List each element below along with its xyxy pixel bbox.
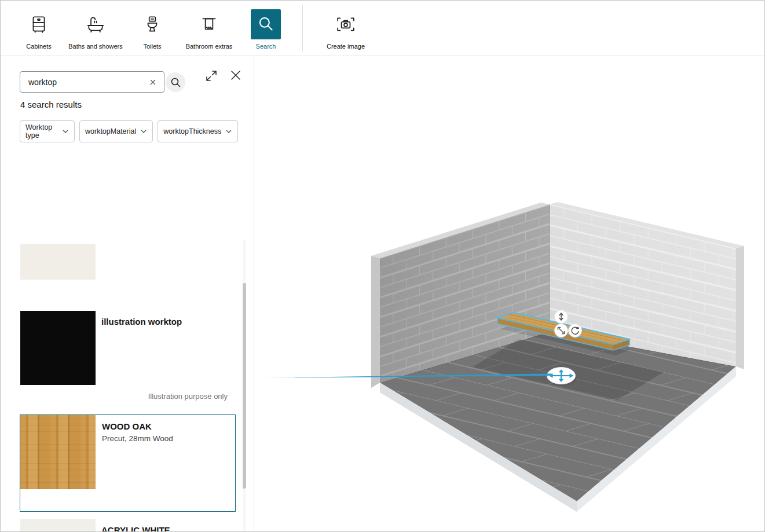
toolbar-label: Toilets (143, 43, 161, 50)
cabinet-icon (24, 9, 54, 39)
bathtub-icon (80, 9, 111, 39)
toolbar-item-toilets[interactable]: Toilets (124, 1, 181, 50)
app-window: Cabinets Baths and showers (0, 0, 765, 532)
result-title: ACRYLIC WHITE (101, 525, 170, 531)
toolbar-item-baths-and-showers[interactable]: Baths and showers (67, 1, 124, 50)
toolbar-separator (302, 5, 303, 52)
filter-chip-worktop-thickness[interactable]: worktopThickness (158, 120, 238, 142)
material-swatch (20, 519, 96, 531)
3d-viewport[interactable] (254, 57, 764, 531)
filter-chip-worktop-material[interactable]: worktopMaterial (79, 120, 153, 142)
result-card-acrylic-white[interactable]: ACRYLIC WHITE Custom, 38mm Acrylic (20, 519, 236, 531)
result-card-illustration-worktop[interactable]: illustration worktop Illustration purpos… (20, 310, 236, 408)
search-input[interactable] (27, 77, 147, 87)
search-submit-button[interactable] (166, 72, 185, 92)
move-vertical-handle[interactable] (555, 310, 568, 324)
result-title: WOOD OAK (102, 421, 152, 431)
toilet-icon (137, 9, 167, 39)
towel-icon (194, 9, 224, 39)
material-swatch (20, 244, 96, 280)
results-list: illustration worktop Illustration purpos… (1, 148, 254, 531)
close-panel-icon[interactable] (228, 68, 243, 83)
toolbar-label: Search (256, 43, 276, 50)
chevron-down-icon (140, 129, 147, 134)
result-note: Illustration purpose only (148, 392, 228, 401)
search-icon (251, 9, 281, 39)
toolbar-label: Bathroom extras (186, 43, 233, 50)
chevron-down-icon (62, 129, 69, 134)
toolbar-label: Baths and showers (68, 43, 123, 50)
material-swatch (20, 311, 96, 385)
result-title: illustration worktop (101, 317, 182, 326)
result-card-partial[interactable] (20, 244, 236, 301)
top-toolbar: Cabinets Baths and showers (1, 1, 764, 56)
scale-handle[interactable] (555, 324, 568, 337)
clear-search-icon[interactable] (147, 76, 159, 89)
result-card-wood-oak[interactable]: WOOD OAK Precut, 28mm Wood (20, 414, 236, 512)
filter-row: Worktop type worktopMaterial worktopThic… (20, 120, 238, 142)
toolbar-label: Cabinets (26, 43, 51, 50)
scrollbar-track[interactable] (243, 240, 246, 531)
search-panel: 4 search results Worktop type worktopMat… (1, 57, 254, 531)
scrollbar-thumb[interactable] (243, 283, 246, 489)
toolbar-item-cabinets[interactable]: Cabinets (10, 1, 67, 50)
expand-panel-icon[interactable] (204, 68, 219, 83)
rotate-handle[interactable] (569, 324, 582, 337)
toolbar-label: Create image (327, 43, 365, 50)
toolbar-item-create-image[interactable]: Create image (310, 1, 382, 50)
wall-left-end-face (371, 256, 380, 388)
camera-brackets-icon (331, 9, 361, 39)
filter-chip-worktop-type[interactable]: Worktop type (20, 120, 75, 142)
wall-right-end-face (736, 246, 744, 369)
chevron-down-icon (225, 129, 232, 134)
toolbar-item-search[interactable]: Search (237, 1, 294, 50)
material-swatch-wood (20, 415, 96, 489)
magnifier-icon (170, 77, 181, 88)
result-subtitle: Precut, 28mm Wood (102, 434, 173, 443)
results-count: 4 search results (20, 100, 82, 109)
toolbar-item-bathroom-extras[interactable]: Bathroom extras (181, 1, 237, 50)
search-field (20, 71, 164, 93)
